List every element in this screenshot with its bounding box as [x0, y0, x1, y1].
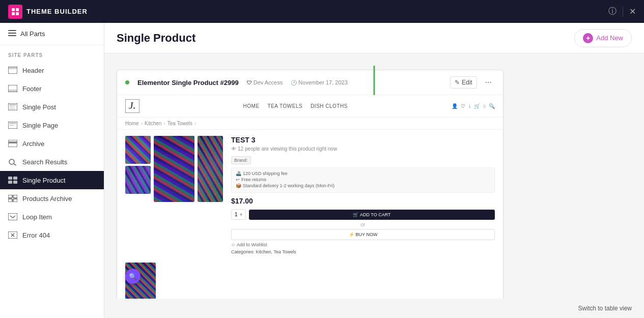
preview-add-to-cart: 🛒 ADD TO CART [249, 210, 495, 220]
nav-link-home: HOME [243, 103, 260, 109]
svg-rect-4 [8, 30, 16, 31]
preview-breadcrumb: Home › Kitchen › Tea Towels › [117, 118, 503, 130]
sidebar-item-loop-item[interactable]: Loop Item [0, 208, 104, 226]
preview-nav: J. HOME TEA TOWELS DISH CLOTHS 👤 ♡ 1 🛒 0 [117, 95, 503, 118]
sidebar-item-label: Single Post [22, 103, 56, 111]
sidebar-item-header[interactable]: Header [0, 61, 104, 79]
heart-icon: ♡ [461, 103, 465, 109]
more-options-button[interactable]: ··· [482, 77, 495, 88]
svg-point-20 [9, 159, 14, 164]
sidebar-item-label: Search Results [22, 158, 67, 166]
preview-categories: Categories: Kitchen, Tea Towels [231, 249, 495, 254]
product-card: Elementor Single Product #2999 🛡 Dev Acc… [117, 70, 503, 299]
preview-product-images [125, 136, 223, 254]
preview-floating-icon: 🔍 [125, 269, 141, 284]
cart-icon: 🛒 [474, 103, 480, 109]
edit-label: Edit [462, 79, 472, 86]
bottom-bar: Switch to table view [104, 299, 644, 318]
sidebar-section-label: SITE PARTS [0, 45, 104, 61]
card-date-label: November 17, 2023 [298, 79, 348, 85]
preview-or-separator: or [231, 222, 495, 227]
svg-rect-2 [12, 12, 15, 15]
preview-product-info: TEST 3 👁 12 people are viewing this prod… [229, 136, 495, 254]
sidebar-item-label: Footer [22, 85, 42, 93]
clock-icon: 🕐 [291, 80, 297, 85]
preview-quantity: 1 ▾ [231, 209, 246, 220]
preview-thumb-column [125, 136, 151, 254]
app-title: THEME BUILDER [26, 8, 88, 15]
breadcrumb-kitchen: Kitchen [145, 121, 161, 126]
svg-rect-28 [8, 199, 12, 202]
svg-rect-13 [9, 106, 14, 107]
topbar-divider [623, 7, 623, 17]
sidebar-item-label: Loop Item [22, 213, 52, 221]
preview-bottom-images [117, 261, 503, 299]
sidebar-item-products-archive[interactable]: Products Archive [0, 189, 104, 208]
add-new-plus-icon: + [583, 33, 593, 43]
content-area: Single Product + Add New Elementor Sin [104, 23, 644, 318]
svg-rect-0 [12, 8, 15, 11]
svg-rect-27 [13, 195, 17, 198]
preview-brand-badge: Brand: [231, 155, 495, 164]
sidebar-item-label: Archive [22, 140, 44, 148]
sidebar-item-label: Products Archive [22, 195, 72, 203]
card-header: Elementor Single Product #2999 🛡 Dev Acc… [117, 70, 503, 95]
search-nav-icon: 🔍 [489, 103, 495, 109]
preview-buy-now: ⚡ BUY NOW [231, 229, 495, 240]
shipping-item-3: 📦 Standard delivery 1-2 working days (Mo… [236, 183, 490, 188]
preview-product-title: TEST 3 [231, 136, 495, 144]
preview-nav-links: HOME TEA TOWELS DISH CLOTHS [243, 103, 348, 109]
preview-price: $17.00 [231, 197, 495, 205]
float-search-icon: 🔍 [129, 273, 137, 280]
all-parts-label: All Parts [20, 30, 45, 38]
svg-rect-23 [13, 177, 17, 180]
svg-rect-19 [8, 143, 17, 147]
preview-shipping-box: 🚢 120 USD shipping fee ↩ Free returns 📦 [231, 167, 495, 193]
svg-rect-14 [9, 108, 15, 109]
svg-rect-26 [8, 195, 12, 198]
add-new-button[interactable]: + Add New [574, 29, 632, 47]
header-icon [8, 66, 17, 75]
nav-link-dish-cloths: DISH CLOTHS [311, 103, 348, 109]
help-icon[interactable]: ⓘ [608, 6, 617, 17]
single-product-icon [8, 176, 17, 185]
eye-icon: 👁 [231, 146, 236, 152]
sidebar-all-parts[interactable]: All Parts [0, 23, 104, 45]
preview-logo: J. [125, 99, 139, 113]
sidebar-item-search-results[interactable]: Search Results [0, 153, 104, 171]
hamburger-icon [8, 30, 16, 38]
svg-rect-12 [9, 104, 16, 105]
svg-rect-22 [8, 177, 12, 180]
sidebar-item-single-product[interactable]: Single Product [0, 171, 104, 189]
card-date: 🕐 November 17, 2023 [291, 79, 348, 85]
card-access: 🛡 Dev Access [247, 79, 283, 85]
single-post-icon [8, 102, 17, 111]
topbar: THEME BUILDER ⓘ ✕ [0, 0, 644, 23]
svg-rect-10 [8, 90, 17, 92]
card-name: Elementor Single Product #2999 [137, 79, 239, 86]
topbar-right: ⓘ ✕ [608, 6, 636, 17]
sidebar-item-single-post[interactable]: Single Post [0, 98, 104, 116]
svg-rect-16 [9, 123, 16, 124]
sidebar-item-footer[interactable]: Footer [0, 79, 104, 98]
products-archive-icon [8, 194, 17, 203]
sidebar-item-archive[interactable]: Archive [0, 134, 104, 153]
sidebar-item-single-page[interactable]: Single Page [0, 116, 104, 134]
svg-rect-29 [13, 199, 17, 202]
content-header: Single Product + Add New [104, 23, 644, 53]
sidebar-item-error-404[interactable]: Error 404 [0, 226, 104, 244]
preview-product-content: TEST 3 👁 12 people are viewing this prod… [117, 130, 503, 261]
add-new-label: Add New [596, 34, 623, 42]
preview-viewing-count: 👁 12 people are viewing this product rig… [231, 146, 495, 152]
sidebar-item-label: Single Product [22, 177, 66, 184]
breadcrumb-home: Home [125, 121, 139, 126]
switch-view-button[interactable]: Switch to table view [578, 305, 632, 312]
close-icon[interactable]: ✕ [629, 7, 636, 16]
sidebar: All Parts SITE PARTS Header Footer Singl… [0, 23, 104, 318]
content-body: Elementor Single Product #2999 🛡 Dev Acc… [104, 53, 644, 299]
status-dot [125, 80, 129, 84]
sidebar-item-label: Header [22, 67, 44, 74]
brand-badge: Brand: [231, 156, 251, 164]
shipping-item-2: ↩ Free returns [236, 177, 490, 182]
edit-button[interactable]: ✎ Edit [450, 76, 477, 89]
